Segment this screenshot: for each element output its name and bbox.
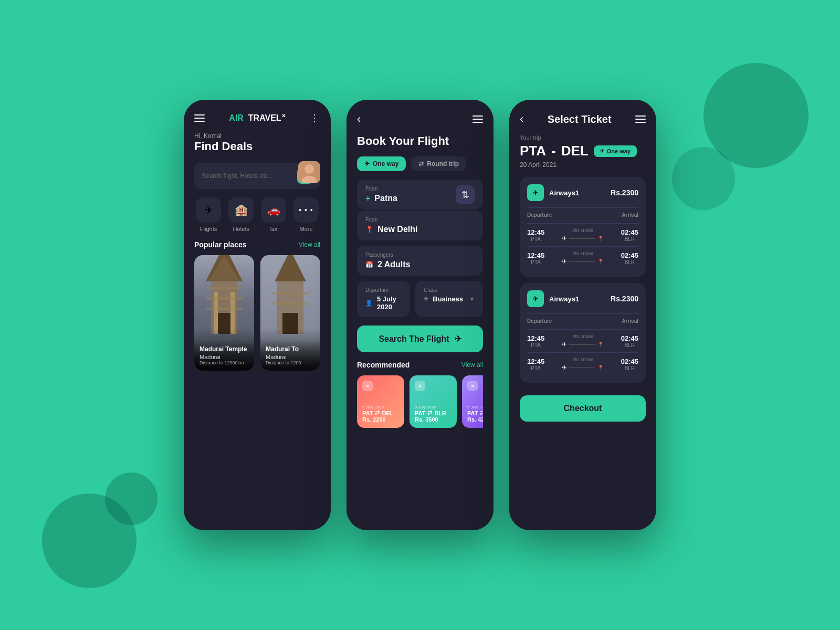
departure-icon: 👤 [365, 300, 373, 307]
hotels-label: Hotels [233, 226, 249, 232]
round-trip-icon: ⇄ [418, 160, 424, 167]
departure-class-row: Departure 👤 5 July 2020 Class ✈ Business… [357, 281, 483, 317]
dest-pin-2-2: 📍 [597, 365, 604, 371]
one-way-button[interactable]: ✈ One way [357, 156, 406, 171]
recommended-section: Recommended View all ✕ 5 July 2020 PAT ⇄… [346, 361, 494, 433]
flight-duration-2-2: 2hr 10min [572, 357, 593, 362]
flight-arr-1: 02:45 BLR [621, 228, 638, 242]
departure-input-card[interactable]: Departure 👤 5 July 2020 [357, 281, 410, 317]
phone3-back-button[interactable]: ‹ [520, 112, 523, 126]
checkout-label: Checkout [564, 404, 602, 413]
rec-card-2-close[interactable]: ✕ [415, 381, 425, 391]
flight-middle-2-2: 2hr 10min ✈ 📍 [544, 357, 621, 371]
phone-book-flight: ‹ Book Your Flight ✈ One way ⇄ Round tri… [346, 100, 494, 530]
trip-date: 20 April 2021 [520, 161, 646, 169]
dest-pin-2-1: 📍 [597, 342, 604, 348]
rec-card-3[interactable]: ✕ 5 July 2020 PAT ⇄ B Rs. 4200 [462, 375, 483, 428]
svg-marker-13 [275, 255, 306, 281]
categories-row: ✈ Flights 🏨 Hotels 🚗 Taxi [184, 197, 331, 240]
ticket-card-1[interactable]: ✈ Airways1 Rs.2300 Departure Arrival 12:… [520, 177, 646, 277]
place-distance-2: Distance to 1200 [266, 360, 315, 365]
ticket-card-2[interactable]: ✈ Airways1 Rs.2300 Departure Arrival 12:… [520, 283, 646, 383]
flight-dep-time-2-1: 12:45 [527, 334, 544, 342]
rec-card-2-price: Rs. 3500 [415, 416, 452, 423]
trip-separator: - [551, 143, 556, 159]
trip-tag-label: One way [607, 148, 631, 154]
to-input-card[interactable]: From 📍 New Delhi [357, 211, 483, 240]
rec-route-arrow-2: ⇄ [427, 410, 432, 416]
dep-label-2: Departure [527, 318, 552, 324]
rec-card-3-date: 5 July 2020 [467, 405, 483, 410]
trip-from: PTA [520, 143, 546, 159]
flight-arr-1-2: 02:45 BLR [621, 251, 638, 265]
dest-pin-1-2: 📍 [597, 259, 604, 265]
bg-decorative-circle-2 [105, 472, 158, 525]
trip-tag-icon: ✈ [600, 148, 604, 154]
hamburger-icon[interactable] [194, 114, 205, 122]
app-title-travel: TRAVEL [248, 114, 281, 123]
to-value: 📍 New Delhi [365, 225, 475, 234]
class-value: ✈ Business ▼ [424, 295, 475, 303]
book-flight-title: Book Your Flight [346, 134, 494, 156]
airline-2-logo-icon: ✈ [532, 295, 539, 303]
flight-arr-time-2-2: 02:45 [621, 358, 638, 365]
flight-arr-code-1-2: BLR [625, 259, 635, 265]
place-card-2[interactable]: Madurai To Madurai Distance to 1200 [260, 255, 320, 371]
swap-button[interactable]: ⇅ [456, 185, 475, 204]
category-hotels[interactable]: 🏨 Hotels [228, 197, 254, 232]
category-more[interactable]: • • • More [293, 197, 319, 232]
departure-value: 👤 5 July 2020 [365, 295, 402, 311]
rec-card-2[interactable]: ✕ 5 July 2020 PAT ⇄ BLR Rs. 3500 [410, 375, 457, 428]
flight-middle-1-2: 2hr 10min ✈ 📍 [544, 251, 621, 265]
flight-duration-1-2: 2hr 10min [572, 251, 593, 256]
rec-card-1-close[interactable]: ✕ [362, 381, 373, 391]
svg-rect-16 [272, 292, 309, 295]
plane-icon-2-1: ✈ [562, 341, 567, 348]
place-info-2: Madurai To Madurai Distance to 1200 [260, 340, 320, 371]
phone2-menu-icon[interactable] [472, 116, 483, 123]
trip-type-toggle: ✈ One way ⇄ Round trip [346, 156, 494, 180]
rec-route-arrow-3: ⇄ [480, 410, 483, 416]
avatar-image [298, 161, 320, 183]
flight-dep-1: 12:45 PTA [527, 228, 544, 242]
rec-card-1[interactable]: ✕ 5 July 2020 PAT ⇄ DEL Rs. 2200 [357, 375, 404, 428]
phone3-menu-icon[interactable] [635, 116, 646, 123]
back-button[interactable]: ‹ [357, 112, 361, 126]
flight-dep-code-2-1: PTA [531, 342, 541, 348]
passengers-input-card[interactable]: Passengers 📅 2 Adults [357, 246, 483, 276]
menu-dots-icon[interactable]: ⋮ [310, 112, 320, 124]
flight-arr-time-1: 02:45 [621, 228, 638, 236]
recommended-view-all[interactable]: View all [461, 361, 483, 369]
airline-2-info: ✈ Airways1 [527, 290, 579, 307]
round-trip-label: Round trip [427, 160, 459, 167]
flight-row-2-2: 12:45 PTA 2hr 10min ✈ 📍 02 [527, 352, 638, 375]
select-ticket-title: Select Ticket [548, 113, 612, 125]
class-label: Class [424, 287, 475, 293]
place-card-1[interactable]: Madurai Temple Madurai Distance to 12000… [194, 255, 254, 371]
flight-duration-1: 2hr 10min [572, 228, 593, 233]
passengers-count: 2 Adults [377, 260, 411, 269]
popular-view-all[interactable]: View all [299, 241, 320, 248]
flight-row-1-1: 12:45 PTA 2hr 10min ✈ 📍 02 [527, 223, 638, 246]
plane-icon-1: ✈ [562, 235, 567, 242]
rec-card-3-close[interactable]: ✕ [467, 381, 478, 391]
round-trip-button[interactable]: ⇄ Round trip [411, 156, 466, 171]
flight-line-1-2: ✈ 📍 [562, 258, 604, 265]
class-input-card[interactable]: Class ✈ Business ▼ [415, 281, 483, 317]
flight-dep-2-1: 12:45 PTA [527, 334, 544, 348]
category-taxi[interactable]: 🚗 Taxi [261, 197, 286, 232]
from-input-card[interactable]: From + Patna ⇅ [357, 180, 483, 209]
rec-card-1-route: PAT ⇄ DEL [362, 410, 399, 416]
more-label: More [299, 226, 312, 232]
flight-dep-time-1-2: 12:45 [527, 251, 544, 259]
to-label: From [365, 217, 475, 223]
recommended-title: Recommended [357, 361, 410, 369]
search-flight-button[interactable]: Search The Flight ✈ [357, 326, 483, 352]
checkout-button[interactable]: Checkout [520, 395, 646, 422]
bg-decorative-circle-4 [672, 147, 735, 210]
category-flights[interactable]: ✈ Flights [196, 197, 221, 232]
place-info-1: Madurai Temple Madurai Distance to 12000… [194, 340, 254, 371]
trip-type-tag: ✈ One way [594, 145, 637, 157]
flight-middle-2-1: 2hr 10min ✈ 📍 [544, 334, 621, 348]
passengers-label: Passengers [365, 252, 475, 258]
